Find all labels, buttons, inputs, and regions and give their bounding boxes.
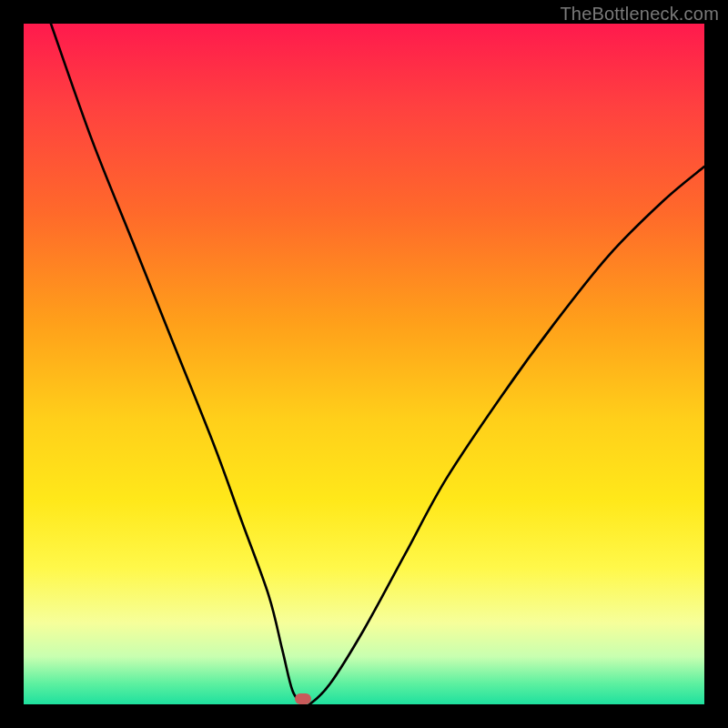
bottleneck-curve-path [51, 24, 704, 704]
plot-area [24, 24, 704, 704]
optimal-marker [295, 693, 311, 704]
watermark-text: TheBottleneck.com [560, 4, 719, 25]
curve-svg [24, 24, 704, 704]
chart-frame: TheBottleneck.com [0, 0, 728, 728]
